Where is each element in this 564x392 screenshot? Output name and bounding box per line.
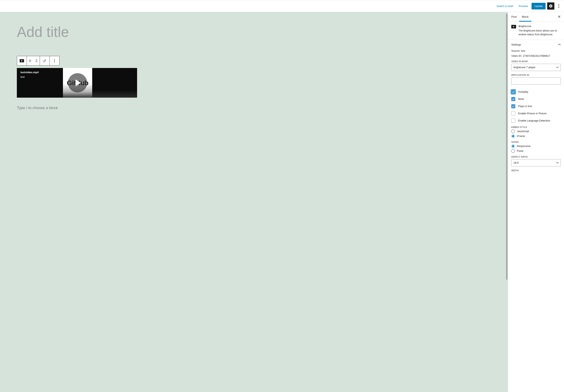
source-info: Source: test — [511, 49, 561, 52]
mute-checkbox[interactable] — [511, 97, 515, 101]
post-title-input[interactable]: Add title — [17, 24, 491, 40]
svg-point-8 — [30, 61, 31, 62]
svg-point-0 — [558, 4, 559, 5]
pip-checkbox[interactable] — [511, 112, 515, 115]
editor-canvas[interactable]: Add title — [0, 12, 508, 392]
video-right-pad — [92, 68, 137, 98]
sizing-responsive-label: Responsive — [517, 145, 531, 148]
close-sidebar-button[interactable] — [556, 13, 563, 20]
preview-button[interactable]: Preview — [517, 3, 530, 9]
aspect-ratio-label: ASPECT RATIO — [511, 156, 561, 158]
svg-point-9 — [54, 59, 55, 60]
block-toolbar — [17, 56, 59, 66]
chevron-down-icon — [556, 67, 559, 68]
brightcove-block-icon — [511, 25, 516, 28]
kebab-icon — [54, 59, 55, 62]
chevron-down-icon — [556, 162, 559, 163]
sizing-fixed-radio[interactable] — [511, 149, 515, 153]
svg-point-11 — [54, 62, 55, 62]
plays-inline-checkbox[interactable] — [511, 104, 515, 108]
close-icon — [558, 15, 561, 18]
more-options-button[interactable] — [556, 2, 562, 10]
settings-gear-button[interactable] — [547, 2, 554, 10]
sidebar-tabs: Post Block — [508, 12, 564, 21]
svg-point-3 — [29, 60, 30, 60]
block-more-button[interactable] — [50, 56, 59, 65]
video-thumbnail[interactable]: GitHub — [63, 68, 92, 98]
language-detection-label: Enable Language Detection — [518, 119, 550, 122]
update-button[interactable]: Update — [532, 3, 546, 9]
drag-handle-icon — [29, 59, 31, 62]
top-toolbar: Switch to draft Preview Update — [0, 0, 564, 12]
width-label: WIDTH — [511, 169, 561, 172]
play-icon — [68, 73, 87, 92]
video-player-value: brightcove 7 player — [513, 66, 536, 69]
default-block-appender[interactable]: Type / to choose a block — [17, 106, 491, 110]
block-type-button[interactable] — [17, 56, 27, 65]
sizing-responsive-radio[interactable] — [511, 144, 515, 148]
video-player-select[interactable]: brightcove 7 player — [511, 64, 561, 71]
move-up-down-button[interactable] — [33, 56, 40, 65]
block-name: Brightcove — [519, 25, 561, 28]
settings-panel-body: Source: test Video ID: 17407256242178998… — [508, 49, 564, 175]
autoplay-label: Autoplay — [518, 90, 528, 93]
embed-iframe-label: iFrame — [517, 135, 525, 138]
svg-point-7 — [29, 61, 30, 62]
language-detection-checkbox[interactable] — [511, 119, 515, 123]
svg-point-10 — [54, 60, 55, 61]
plays-inline-label: Plays in line — [518, 105, 532, 108]
pip-label: Enable Picture in Picture — [518, 112, 547, 115]
tab-post[interactable]: Post — [511, 12, 519, 21]
drag-handle-button[interactable] — [27, 56, 33, 65]
kebab-icon — [558, 4, 559, 8]
embed-iframe-radio[interactable] — [511, 134, 515, 138]
video-source-label: test — [20, 75, 59, 78]
video-block-icon — [20, 59, 24, 62]
switch-to-draft-button[interactable]: Switch to draft — [495, 3, 515, 9]
svg-point-1 — [558, 6, 559, 6]
mute-label: Mute — [518, 98, 524, 100]
embed-javascript-label: JavaScript — [517, 130, 529, 133]
chevron-up-icon — [558, 44, 561, 45]
pencil-icon — [43, 59, 46, 63]
block-description: Brightcove The Brightcove block allows y… — [508, 21, 564, 40]
svg-point-4 — [30, 60, 31, 60]
video-filename: testvideo.mp4 — [20, 71, 59, 74]
settings-panel-toggle[interactable]: Settings — [508, 40, 564, 49]
video-id-info: Video ID: 1740725624217899817 — [511, 54, 561, 57]
editor-scrollbar[interactable] — [506, 14, 508, 280]
autoplay-checkbox[interactable] — [511, 90, 515, 94]
block-help-text: The Brightcove block allows you to embed… — [519, 29, 561, 37]
settings-panel-title: Settings — [511, 43, 521, 46]
brightcove-video-block[interactable]: testvideo.mp4 test GitHub — [17, 68, 137, 98]
application-id-label: APPLICATION ID: — [511, 74, 561, 76]
aspect-ratio-value: 16:9 — [513, 161, 519, 164]
application-id-input[interactable] — [511, 77, 561, 85]
sizing-fixed-label: Fixed — [517, 149, 523, 152]
edit-block-button[interactable] — [40, 56, 50, 65]
svg-point-5 — [29, 61, 30, 61]
sizing-label: SIZING — [511, 141, 561, 143]
video-player-label: VIDEO PLAYER — [511, 60, 561, 63]
video-info-panel: testvideo.mp4 test — [17, 68, 63, 98]
settings-sidebar: Post Block Brightcove The Brightcove blo… — [508, 12, 564, 392]
gear-icon — [549, 4, 553, 8]
chevron-up-down-icon — [35, 59, 38, 62]
svg-point-6 — [30, 61, 31, 61]
tab-block[interactable]: Block — [519, 12, 531, 21]
embed-style-label: EMBED STYLE — [511, 126, 561, 128]
embed-javascript-radio[interactable] — [511, 129, 515, 133]
svg-point-2 — [558, 7, 559, 8]
aspect-ratio-select[interactable]: 16:9 — [511, 159, 561, 167]
